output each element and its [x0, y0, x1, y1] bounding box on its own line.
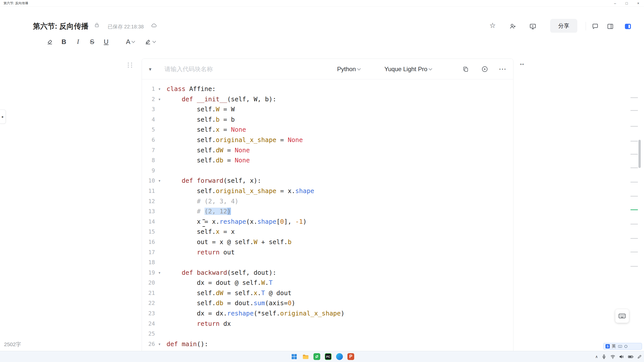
font-color-button[interactable]: A: [121, 35, 140, 48]
bold-button[interactable]: B: [57, 35, 71, 48]
fold-arrow-icon[interactable]: ▾: [155, 268, 164, 278]
code-text[interactable]: return out: [164, 247, 235, 258]
code-text[interactable]: self.x = x: [164, 227, 235, 237]
italic-button[interactable]: I: [71, 35, 85, 48]
more-options-icon[interactable]: ···: [499, 65, 507, 73]
code-line[interactable]: 3 self.W = W: [142, 104, 513, 115]
code-text[interactable]: dx = dout @ self.W.T: [164, 278, 272, 288]
code-line[interactable]: 24 return dx: [142, 319, 513, 329]
fold-arrow-icon[interactable]: ▾: [155, 94, 164, 105]
code-line[interactable]: 9: [142, 166, 513, 176]
code-line[interactable]: 10▾ def forward(self, x):: [142, 176, 513, 186]
code-text[interactable]: out = x @ self.W + self.b: [164, 237, 292, 247]
code-line[interactable]: 14 x = x.reshape(x.shape[0], -1): [142, 217, 513, 227]
code-text[interactable]: def main():: [164, 339, 208, 349]
code-line[interactable]: 8 self.db = None: [142, 155, 513, 166]
code-text[interactable]: self.db = None: [164, 155, 250, 166]
code-line[interactable]: 23 dx = dx.reshape(*self.original_x_shap…: [142, 308, 513, 319]
drag-handle-icon[interactable]: [128, 62, 133, 69]
code-text[interactable]: def backward(self, dout):: [164, 268, 276, 278]
fold-arrow-icon[interactable]: ▾: [155, 339, 164, 349]
strikethrough-button[interactable]: S: [85, 35, 99, 48]
present-mode-icon[interactable]: [528, 21, 538, 31]
code-text[interactable]: # (2, 3, 4): [164, 196, 238, 207]
scrollbar-thumb[interactable]: [638, 140, 641, 168]
code-line[interactable]: 16 out = x @ self.W + self.b: [142, 237, 513, 247]
language-select[interactable]: Python: [337, 59, 360, 79]
code-text[interactable]: self.W = W: [164, 104, 235, 115]
microphone-icon[interactable]: [601, 354, 607, 359]
code-line[interactable]: 12 # (2, 3, 4): [142, 196, 513, 207]
code-text[interactable]: def forward(self, x):: [164, 176, 261, 186]
highlight-color-button[interactable]: [140, 35, 160, 48]
fold-arrow-icon[interactable]: ▾: [155, 84, 164, 94]
code-text[interactable]: class Affine:: [164, 84, 216, 94]
code-text[interactable]: def __init__(self, W, b):: [164, 94, 276, 105]
code-line[interactable]: 20 dx = dout @ self.W.T: [142, 278, 513, 288]
code-text[interactable]: x = x.reshape(x.shape[0], -1): [164, 217, 307, 227]
code-line[interactable]: 18: [142, 257, 513, 268]
code-text[interactable]: self.dW = self.x.T @ dout: [164, 288, 292, 298]
ai-panel-icon[interactable]: [623, 21, 633, 31]
run-code-icon[interactable]: [481, 65, 489, 73]
app-icon-5[interactable]: [335, 352, 344, 361]
sidebar-layout-icon[interactable]: [605, 21, 615, 31]
code-text[interactable]: [164, 329, 167, 339]
close-button[interactable]: ×: [632, 0, 644, 7]
theme-select[interactable]: Yuque Light Pro: [384, 59, 432, 79]
code-text[interactable]: self.x = None: [164, 125, 246, 135]
code-text[interactable]: dx = dx.reshape(*self.original_x_shape): [164, 308, 344, 319]
code-text[interactable]: self.db = dout.sum(axis=0): [164, 298, 295, 308]
code-line[interactable]: 21 self.dW = self.x.T @ dout: [142, 288, 513, 298]
code-line[interactable]: 7 self.dW = None: [142, 145, 513, 156]
code-block-collapse-icon[interactable]: ▾: [149, 59, 151, 79]
code-text[interactable]: self.b = b: [164, 115, 235, 125]
pen-input-icon[interactable]: [637, 354, 642, 359]
virtual-keyboard-button[interactable]: [615, 309, 629, 323]
expand-width-icon[interactable]: ↔: [519, 59, 525, 67]
code-text[interactable]: self.original_x_shape = None: [164, 135, 303, 145]
code-text[interactable]: # (2, 12): [164, 206, 231, 217]
sync-app-icon[interactable]: [312, 352, 322, 361]
code-line[interactable]: 11 self.original_x_shape = x.shape: [142, 186, 513, 196]
wifi-icon[interactable]: [610, 354, 616, 359]
fold-arrow-icon[interactable]: ▾: [155, 176, 164, 186]
code-text[interactable]: return dx: [164, 319, 231, 329]
powerpoint-icon[interactable]: P: [346, 352, 356, 361]
code-line[interactable]: 26▾def main():: [142, 339, 513, 349]
minimize-button[interactable]: –: [609, 0, 621, 7]
tray-expand-icon[interactable]: ∧: [595, 354, 598, 359]
copy-code-icon[interactable]: [462, 65, 469, 73]
maximize-button[interactable]: □: [621, 0, 632, 7]
file-explorer-icon[interactable]: [301, 352, 310, 361]
ime-language-indicator[interactable]: 英: [612, 344, 616, 349]
code-text[interactable]: [164, 257, 167, 268]
code-line[interactable]: 6 self.original_x_shape = None: [142, 135, 513, 145]
code-line[interactable]: 13 # (2, 12): [142, 206, 513, 217]
clear-format-icon[interactable]: [43, 35, 57, 48]
code-line[interactable]: 15 self.x = x: [142, 227, 513, 237]
code-text[interactable]: self.dW = None: [164, 145, 250, 156]
code-line[interactable]: 25: [142, 329, 513, 339]
outline-toggle-tab[interactable]: ▸: [0, 110, 6, 124]
code-text[interactable]: self.original_x_shape = x.shape: [164, 186, 314, 196]
start-button[interactable]: [289, 352, 299, 361]
code-line[interactable]: 2▾ def __init__(self, W, b):: [142, 94, 513, 105]
favorite-star-icon[interactable]: ☆: [488, 20, 498, 30]
code-line[interactable]: 5 self.x = None: [142, 125, 513, 135]
code-text[interactable]: [164, 166, 167, 176]
code-line[interactable]: 4 self.b = b: [142, 115, 513, 125]
document-title[interactable]: 第六节: 反向传播: [33, 21, 89, 31]
ime-keyboard-icon[interactable]: [618, 344, 622, 349]
pycharm-icon[interactable]: PC: [323, 352, 333, 361]
code-line[interactable]: 19▾ def backward(self, dout):: [142, 268, 513, 278]
input-method-bar[interactable]: S 英: [603, 343, 642, 350]
underline-button[interactable]: U: [99, 35, 113, 48]
ime-settings-icon[interactable]: [624, 345, 627, 348]
comment-icon[interactable]: [590, 21, 600, 31]
volume-icon[interactable]: [619, 354, 624, 359]
battery-icon[interactable]: [628, 354, 634, 360]
code-line[interactable]: 1▾class Affine:: [142, 84, 513, 94]
code-editor[interactable]: 1▾class Affine:2▾ def __init__(self, W, …: [142, 79, 513, 349]
code-block-name-placeholder[interactable]: 请输入代码块名称: [165, 59, 213, 79]
